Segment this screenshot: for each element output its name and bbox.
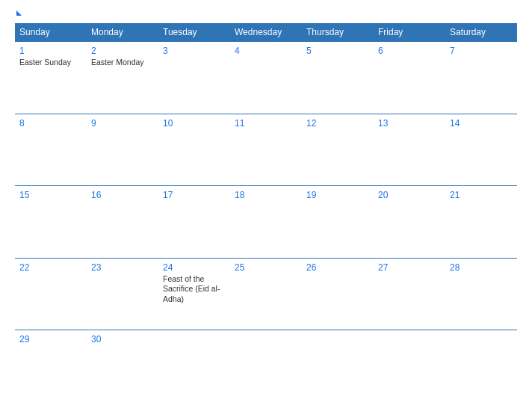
weekday-header-sunday: Sunday [15,23,87,42]
week-row-5: 2930 [15,330,517,403]
calendar-cell: 2Easter Monday [87,42,158,114]
calendar-header: SundayMondayTuesdayWednesdayThursdayFrid… [15,23,517,42]
day-number: 28 [450,262,513,273]
day-number: 8 [19,118,82,129]
day-number: 14 [450,118,513,129]
header [15,13,517,16]
calendar-cell: 29 [15,330,87,403]
calendar-cell: 6 [374,42,445,114]
calendar-cell: 1Easter Sunday [15,42,87,114]
calendar-cell: 17 [158,186,230,259]
calendar-body: 1Easter Sunday2Easter Monday345678910111… [15,42,517,403]
weekday-header-thursday: Thursday [302,23,374,42]
day-number: 16 [91,190,154,200]
calendar-cell: 16 [87,186,158,259]
week-row-4: 222324Feast of the Sacrifice (Eid al-Adh… [15,258,517,330]
calendar-cell: 19 [302,186,374,259]
weekday-header-tuesday: Tuesday [158,23,230,42]
day-number: 15 [19,190,82,200]
day-event-label: Easter Sunday [19,58,82,68]
week-row-2: 891011121314 [15,114,517,186]
calendar-cell: 7 [445,42,517,114]
calendar-cell: 14 [445,114,517,186]
calendar-cell: 15 [15,186,87,259]
calendar-cell [445,330,517,403]
calendar-cell: 28 [445,258,517,330]
day-number: 30 [91,334,154,344]
calendar-cell: 25 [230,258,302,330]
day-number: 29 [19,334,82,344]
day-number: 17 [163,190,226,200]
calendar-cell: 24Feast of the Sacrifice (Eid al-Adha) [158,258,230,330]
calendar-cell: 4 [230,42,302,114]
logo [15,13,22,16]
calendar-cell [302,330,374,403]
calendar-cell: 30 [87,330,158,403]
calendar-cell: 27 [374,258,445,330]
day-number: 25 [235,262,297,273]
day-number: 6 [378,46,441,56]
calendar-cell [158,330,230,403]
day-number: 5 [306,46,369,56]
day-number: 4 [235,46,297,56]
day-event-label: Easter Monday [91,58,154,68]
weekday-header-row: SundayMondayTuesdayWednesdayThursdayFrid… [15,23,517,42]
day-number: 10 [163,118,226,129]
calendar-cell: 12 [302,114,374,186]
calendar-cell: 18 [230,186,302,259]
calendar-cell: 23 [87,258,158,330]
day-number: 18 [235,190,297,200]
calendar-cell [230,330,302,403]
week-row-3: 15161718192021 [15,186,517,259]
calendar-cell: 21 [445,186,517,259]
day-number: 1 [19,46,82,56]
calendar-table: SundayMondayTuesdayWednesdayThursdayFrid… [15,23,517,402]
calendar-cell: 13 [374,114,445,186]
day-number: 21 [450,190,513,200]
calendar-cell: 20 [374,186,445,259]
calendar-cell: 11 [230,114,302,186]
day-number: 22 [19,262,82,273]
weekday-header-wednesday: Wednesday [230,23,302,42]
weekday-header-saturday: Saturday [445,23,517,42]
day-number: 2 [91,46,154,56]
calendar-cell: 5 [302,42,374,114]
day-number: 9 [91,118,154,129]
logo-triangle-icon [16,10,22,16]
day-number: 23 [91,262,154,273]
day-number: 20 [378,190,441,200]
calendar-cell [374,330,445,403]
weekday-header-monday: Monday [87,23,158,42]
calendar-cell: 10 [158,114,230,186]
day-number: 27 [378,262,441,273]
day-number: 11 [235,118,297,129]
calendar-cell: 26 [302,258,374,330]
day-number: 7 [450,46,513,56]
day-number: 24 [163,262,226,273]
week-row-1: 1Easter Sunday2Easter Monday34567 [15,42,517,114]
day-number: 19 [306,190,369,200]
calendar-cell: 9 [87,114,158,186]
calendar-cell: 8 [15,114,87,186]
day-event-label: Feast of the Sacrifice (Eid al-Adha) [163,274,226,305]
calendar-cell: 22 [15,258,87,330]
page: SundayMondayTuesdayWednesdayThursdayFrid… [0,0,532,411]
weekday-header-friday: Friday [374,23,445,42]
day-number: 13 [378,118,441,129]
calendar-cell: 3 [158,42,230,114]
day-number: 26 [306,262,369,273]
day-number: 12 [306,118,369,129]
day-number: 3 [163,46,226,56]
